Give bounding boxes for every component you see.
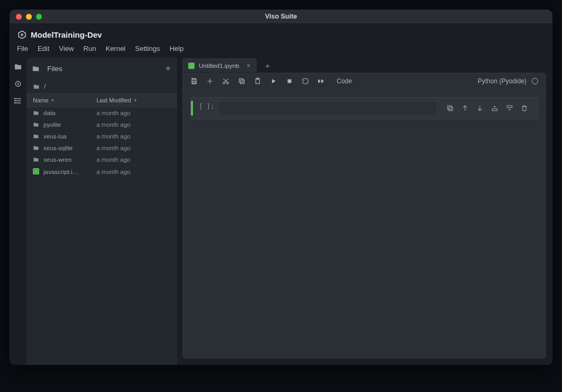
kernel-name[interactable]: Python (Pyodide) (478, 77, 526, 85)
tab-notebook[interactable]: Untitled1.ipynb × (182, 58, 257, 72)
run-icon[interactable] (270, 77, 277, 85)
restart-icon[interactable] (302, 77, 309, 85)
delete-cell-icon[interactable] (521, 104, 528, 112)
menu-edit[interactable]: Edit (38, 45, 49, 53)
insert-cell-icon[interactable] (206, 77, 214, 85)
file-list: dataa month agopyolitea month agoxeus-lu… (27, 107, 177, 365)
menu-kernel[interactable]: Kernel (106, 45, 126, 53)
column-name-label: Name (33, 97, 48, 103)
tab-close-icon[interactable]: × (247, 62, 251, 69)
folder-icon (33, 156, 39, 163)
svg-point-7 (14, 100, 15, 101)
code-cell[interactable]: [ ]: (190, 97, 538, 119)
cell-input[interactable] (219, 102, 436, 115)
file-row[interactable]: pyolitea month ago (27, 119, 177, 130)
save-icon[interactable] (190, 77, 198, 85)
file-row[interactable]: xeus-wrena month ago (27, 154, 177, 165)
svg-rect-21 (288, 80, 292, 83)
svg-rect-22 (449, 107, 453, 111)
folder-icon (33, 145, 39, 151)
duplicate-cell-icon[interactable] (446, 104, 454, 112)
cell-prompt: [ ]: (198, 101, 214, 116)
cut-icon[interactable] (222, 77, 230, 85)
sort-icon: ▾ (51, 98, 54, 103)
svg-rect-29 (507, 106, 512, 108)
svg-point-6 (14, 98, 15, 99)
project-title: ModelTraining-Dev (17, 30, 545, 39)
stop-icon[interactable] (286, 77, 293, 85)
maximize-window-button[interactable] (36, 14, 42, 20)
svg-point-8 (14, 102, 15, 103)
folder-icon (33, 133, 39, 140)
folder-browser-icon (32, 65, 40, 73)
cell-area: [ ]: (183, 90, 546, 358)
file-browser-header: Files + (27, 58, 177, 79)
column-modified-header[interactable]: Last Modified ▾ (96, 97, 171, 103)
move-cell-down-icon[interactable] (476, 104, 484, 112)
breadcrumb[interactable]: / (27, 79, 177, 93)
project-name: ModelTraining-Dev (31, 30, 102, 39)
project-icon (17, 30, 27, 39)
sort-icon: ▾ (134, 98, 137, 103)
file-name: xeus-sqlite (43, 145, 73, 151)
menu-view[interactable]: View (59, 45, 74, 53)
file-row[interactable]: xeus-sqlitea month ago (27, 142, 177, 154)
window-title: Viso Suite (10, 13, 552, 20)
file-modified: a month ago (96, 156, 171, 163)
file-modified: a month ago (96, 169, 171, 175)
restart-run-all-icon[interactable] (318, 77, 325, 85)
close-window-button[interactable] (16, 14, 22, 20)
file-browser-panel: Files + / Name ▾ Last Modified ▾ (27, 58, 177, 365)
svg-rect-23 (447, 106, 451, 109)
move-cell-up-icon[interactable] (461, 104, 469, 112)
svg-rect-10 (193, 82, 196, 84)
insert-below-icon[interactable] (506, 104, 513, 112)
svg-rect-9 (193, 79, 196, 80)
breadcrumb-folder-icon (33, 83, 40, 90)
titlebar: Viso Suite (10, 10, 552, 23)
file-modified: a month ago (96, 110, 171, 116)
traffic-lights (16, 14, 42, 20)
new-launcher-button[interactable]: + (165, 63, 171, 74)
notebook-icon (33, 168, 39, 176)
svg-rect-17 (241, 80, 244, 84)
kernel-status-icon[interactable] (532, 78, 538, 84)
app-body: Files + / Name ▾ Last Modified ▾ (10, 55, 552, 365)
toc-tab-icon[interactable] (13, 96, 23, 106)
file-browser-title: Files (47, 65, 63, 73)
file-row[interactable]: dataa month ago (27, 107, 177, 119)
file-row[interactable]: xeus-luaa month ago (27, 130, 177, 142)
file-modified: a month ago (96, 133, 171, 140)
app-window: Viso Suite ModelTraining-Dev File Edit V… (10, 10, 552, 365)
file-table-header: Name ▾ Last Modified ▾ (27, 93, 177, 107)
cell-type-selector[interactable]: Code (337, 77, 352, 85)
column-name-header[interactable]: Name ▾ (33, 97, 96, 103)
file-modified: a month ago (96, 145, 171, 151)
file-name: xeus-wren (43, 156, 72, 163)
notebook-icon (188, 63, 195, 69)
new-tab-button[interactable]: + (262, 61, 274, 70)
running-tab-icon[interactable] (13, 79, 23, 89)
menu-file[interactable]: File (17, 45, 28, 53)
main-area: Untitled1.ipynb × + (177, 55, 552, 365)
insert-above-icon[interactable] (491, 104, 498, 112)
folder-icon (33, 110, 39, 116)
menu-run[interactable]: Run (83, 45, 96, 53)
menu-help[interactable]: Help (170, 45, 184, 53)
column-modified-label: Last Modified (96, 97, 131, 103)
file-row[interactable]: javascript.i…a month ago (27, 165, 177, 178)
cell-active-indicator (191, 101, 193, 116)
minimize-window-button[interactable] (26, 14, 32, 20)
copy-icon[interactable] (238, 77, 245, 85)
menubar: File Edit View Run Kernel Settings Help (17, 45, 545, 53)
menu-settings[interactable]: Settings (135, 45, 160, 53)
file-browser-tab-icon[interactable] (13, 62, 23, 72)
tab-bar: Untitled1.ipynb × + (182, 58, 546, 73)
paste-icon[interactable] (254, 77, 261, 85)
left-rail (10, 55, 27, 365)
svg-point-0 (21, 33, 22, 35)
breadcrumb-path: / (44, 83, 46, 90)
notebook-toolbar: Code Python (Pyodide) (183, 73, 546, 90)
tab-label: Untitled1.ipynb (199, 63, 239, 69)
file-modified: a month ago (96, 121, 171, 128)
